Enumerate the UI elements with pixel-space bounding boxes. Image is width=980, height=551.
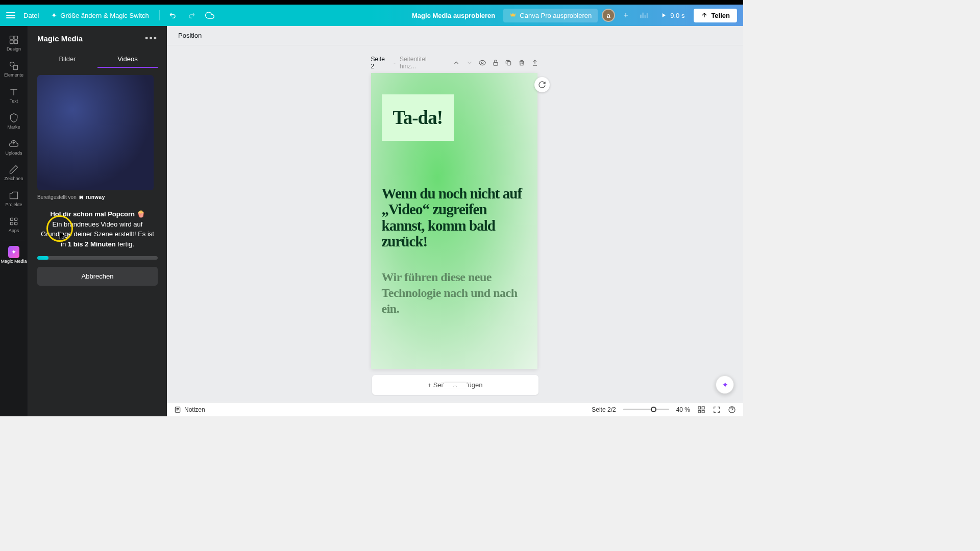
divider bbox=[3, 240, 24, 240]
svg-rect-2 bbox=[10, 40, 14, 44]
file-menu[interactable]: Datei bbox=[19, 9, 43, 22]
video-preview bbox=[37, 75, 154, 190]
svg-rect-12 bbox=[507, 62, 511, 65]
svg-rect-17 bbox=[702, 410, 704, 413]
sparkle-icon: ✦ bbox=[51, 11, 57, 19]
rail-uploads[interactable]: Uploads bbox=[0, 134, 28, 160]
redo-button[interactable] bbox=[184, 8, 199, 22]
magic-media-icon: ✦ bbox=[8, 246, 19, 258]
try-magic-media-label[interactable]: Magic Media ausprobieren bbox=[408, 9, 499, 22]
progress-bar bbox=[37, 256, 158, 260]
context-toolbar: Position bbox=[167, 26, 743, 45]
runway-logo-icon bbox=[79, 195, 84, 200]
notes-button[interactable]: Notizen bbox=[174, 406, 205, 413]
text-icon bbox=[8, 86, 19, 97]
canvas-page[interactable]: Ta-da! Wenn du noch nicht auf „Video“ zu… bbox=[371, 73, 537, 369]
svg-rect-6 bbox=[10, 218, 13, 221]
generation-status: Hol dir schon mal Popcorn 🍿 Ein brandneu… bbox=[37, 209, 158, 249]
undo-button[interactable] bbox=[166, 8, 180, 22]
tada-box[interactable]: Ta-da! bbox=[382, 94, 454, 141]
top-toolbar: Datei ✦ Größe ändern & Magic Switch Magi… bbox=[0, 5, 743, 26]
play-button[interactable]: 9.0 s bbox=[655, 9, 690, 22]
crown-icon bbox=[509, 12, 517, 19]
design-icon bbox=[8, 34, 19, 45]
left-rail: Design Elemente Text Marke Uploads Zeich… bbox=[0, 26, 28, 416]
projects-icon bbox=[8, 190, 19, 201]
svg-point-10 bbox=[481, 62, 483, 64]
svg-rect-9 bbox=[15, 222, 17, 225]
canvas-area: Position Seite 2 - Seitentitel hinz... T… bbox=[167, 26, 743, 402]
rail-apps[interactable]: Apps bbox=[0, 212, 28, 238]
help-icon[interactable] bbox=[728, 406, 736, 414]
bottom-bar: Notizen Seite 2/2 40 % bbox=[167, 402, 743, 416]
panel-tabs: Bilder Videos bbox=[28, 50, 167, 68]
divider bbox=[159, 10, 160, 20]
page-indicator: Seite 2/2 bbox=[592, 406, 616, 413]
svg-rect-15 bbox=[702, 407, 704, 409]
rail-draw[interactable]: Zeichnen bbox=[0, 160, 28, 186]
rail-brand[interactable]: Marke bbox=[0, 108, 28, 134]
svg-rect-7 bbox=[15, 218, 17, 221]
rail-design[interactable]: Design bbox=[0, 30, 28, 56]
sparkle-icon: ✦ bbox=[722, 380, 728, 390]
zoom-value: 40 % bbox=[676, 406, 690, 413]
more-icon[interactable]: ••• bbox=[145, 33, 158, 44]
cloud-sync-icon[interactable] bbox=[203, 8, 217, 22]
menu-icon[interactable] bbox=[6, 11, 15, 20]
apps-icon bbox=[8, 216, 19, 227]
svg-rect-0 bbox=[10, 36, 14, 40]
browser-chrome-stub bbox=[0, 0, 743, 5]
side-panel: Magic Media ••• Bilder Videos Bereitgest… bbox=[28, 26, 167, 416]
page-header: Seite 2 - Seitentitel hinz... bbox=[371, 56, 540, 70]
svg-rect-1 bbox=[14, 36, 18, 40]
uploads-icon bbox=[8, 138, 19, 149]
zoom-slider[interactable] bbox=[623, 409, 669, 410]
svg-rect-16 bbox=[698, 410, 701, 413]
provider-label: Bereitgestellt von runway bbox=[37, 194, 158, 200]
page-number: Seite 2 bbox=[371, 56, 390, 70]
tab-images[interactable]: Bilder bbox=[37, 50, 97, 68]
progress-fill bbox=[37, 256, 48, 260]
tab-videos[interactable]: Videos bbox=[97, 50, 158, 68]
body-text-1[interactable]: Wenn du noch nicht auf „Video“ zugreifen… bbox=[382, 186, 528, 249]
svg-rect-5 bbox=[13, 65, 17, 69]
elements-icon bbox=[8, 60, 19, 71]
page-down-icon[interactable] bbox=[465, 58, 474, 67]
draw-icon bbox=[8, 164, 19, 175]
cancel-button[interactable]: Abbrechen bbox=[37, 267, 158, 286]
svg-rect-14 bbox=[698, 407, 701, 409]
reload-page-icon[interactable] bbox=[534, 77, 550, 92]
hide-page-icon[interactable] bbox=[478, 58, 487, 67]
panel-title: Magic Media bbox=[37, 34, 83, 43]
position-button[interactable]: Position bbox=[173, 29, 207, 42]
rail-projects[interactable]: Projekte bbox=[0, 186, 28, 212]
rail-magic-media[interactable]: ✦ Magic Media bbox=[0, 242, 28, 268]
svg-rect-11 bbox=[494, 62, 498, 65]
delete-page-icon[interactable] bbox=[517, 58, 526, 67]
page-title-placeholder[interactable]: Seitentitel hinz... bbox=[400, 56, 444, 70]
brand-icon bbox=[8, 112, 19, 123]
zoom-thumb[interactable] bbox=[651, 407, 656, 412]
timeline-peek-tab[interactable]: ︿ bbox=[443, 383, 468, 388]
resize-magic-button[interactable]: ✦ Größe ändern & Magic Switch bbox=[47, 8, 153, 22]
rail-text[interactable]: Text bbox=[0, 82, 28, 108]
svg-rect-8 bbox=[10, 222, 13, 225]
fullscreen-icon[interactable] bbox=[713, 406, 721, 414]
svg-rect-3 bbox=[14, 40, 18, 44]
page-up-icon[interactable] bbox=[452, 58, 461, 67]
duplicate-page-icon[interactable] bbox=[504, 58, 513, 67]
grid-view-icon[interactable] bbox=[697, 406, 705, 414]
analytics-button[interactable] bbox=[636, 8, 651, 22]
add-member-button[interactable]: + bbox=[619, 9, 632, 22]
avatar[interactable]: a bbox=[602, 9, 615, 22]
notes-icon bbox=[174, 406, 181, 413]
body-text-2[interactable]: Wir führen diese neue Technologie nach u… bbox=[382, 269, 525, 317]
rail-elements[interactable]: Elemente bbox=[0, 56, 28, 82]
assistant-fab[interactable]: ✦ bbox=[716, 375, 734, 394]
tada-text: Ta-da! bbox=[393, 107, 443, 129]
lock-page-icon[interactable] bbox=[491, 58, 500, 67]
share-button[interactable]: Teilen bbox=[694, 9, 737, 22]
try-pro-button[interactable]: Canva Pro ausprobieren bbox=[503, 9, 598, 22]
export-page-icon[interactable] bbox=[530, 58, 540, 67]
